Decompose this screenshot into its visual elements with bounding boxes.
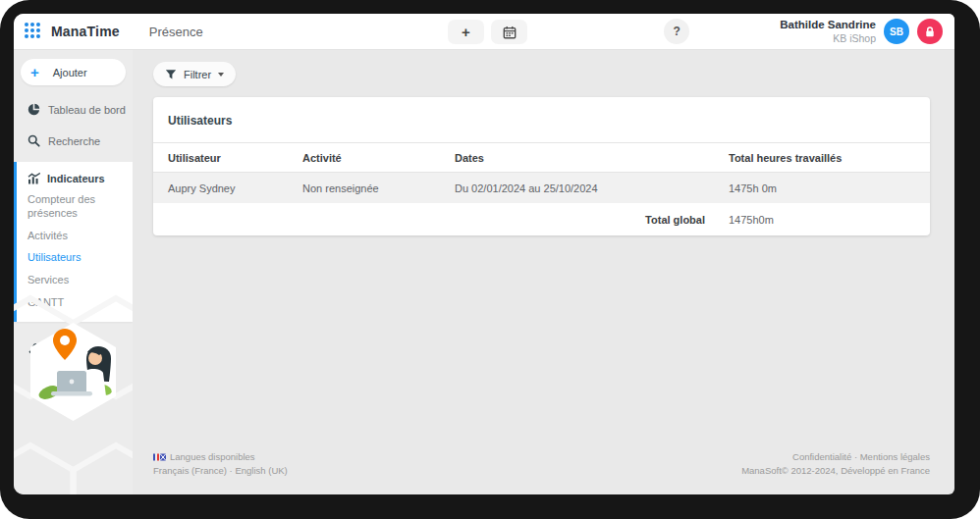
device-frame: ManaTime Présence + <box>0 0 980 519</box>
pie-chart-icon <box>27 103 40 116</box>
top-header: ManaTime Présence + <box>14 14 954 50</box>
sidebar-item-indicators[interactable]: Indicateurs <box>27 173 125 184</box>
footer-languages: Langues disponibles Français (France) · … <box>153 450 288 479</box>
app-window: ManaTime Présence + <box>14 14 954 494</box>
chevron-down-icon <box>218 73 224 77</box>
sidebar-item-gantt[interactable]: GANTT <box>27 296 125 310</box>
cell-total-heures: 1475h 0m <box>729 182 915 194</box>
sidebar-item-label: Recherche <box>48 135 100 147</box>
search-icon <box>27 134 40 147</box>
avatar-initials: SB <box>890 26 903 37</box>
sidebar-item-compteur-presences[interactable]: Compteur des présences <box>27 193 125 221</box>
column-header-dates: Dates <box>455 152 729 164</box>
table-total-row: Total global 1475h0m <box>153 203 930 235</box>
brand-name: ManaTime <box>51 24 120 39</box>
footer-legal: Confidentialité · Mentions légales ManaS… <box>741 450 930 479</box>
column-header-utilisateur: Utilisateur <box>168 152 302 164</box>
header-user-area: ? Bathilde Sandrine KB iShop SB <box>664 19 943 44</box>
manatime-logo-icon <box>25 23 42 40</box>
table-row[interactable]: Aupry Sydney Non renseignée Du 02/01/202… <box>153 173 930 203</box>
user-company: KB iShop <box>780 32 876 44</box>
person-laptop-illustration <box>37 329 113 402</box>
avatar[interactable]: SB <box>884 19 909 44</box>
sidebar-add-button[interactable]: + Ajouter <box>21 59 126 85</box>
question-mark-icon: ? <box>674 25 681 38</box>
plus-icon: + <box>30 65 39 79</box>
user-name: Bathilde Sandrine <box>780 19 876 31</box>
language-link-en[interactable]: English (UK) <box>235 465 287 476</box>
sidebar-section-label: Indicateurs <box>47 173 105 184</box>
sidebar-item-activites[interactable]: Activités <box>27 230 125 243</box>
sidebar-item-search[interactable]: Recherche <box>14 133 133 148</box>
filter-button[interactable]: Filtrer <box>153 62 236 86</box>
footer: Langues disponibles Français (France) · … <box>153 450 930 495</box>
filter-label: Filtrer <box>184 69 211 80</box>
cell-activite: Non renseignée <box>302 182 455 194</box>
total-global-label: Total global <box>455 214 729 226</box>
column-header-total-heures: Total heures travaillés <box>729 152 915 164</box>
language-link-fr[interactable]: Français (France) <box>153 465 227 476</box>
separator: · <box>854 451 857 462</box>
sidebar-section-indicators: Indicateurs Compteur des présences Activ… <box>14 162 133 322</box>
languages-title: Langues disponibles <box>170 450 255 464</box>
sidebar-item-services[interactable]: Services <box>27 274 125 287</box>
total-global-value: 1475h0m <box>729 214 915 226</box>
sidebar: + Ajouter Tableau de bord Recherche <box>14 50 133 494</box>
lock-icon <box>924 26 936 38</box>
card-title: Utilisateurs <box>153 97 930 143</box>
funnel-icon <box>165 69 177 80</box>
wrench-icon <box>27 342 40 355</box>
cell-utilisateur: Aupry Sydney <box>168 182 302 194</box>
sidebar-item-utilisateurs[interactable]: Utilisateurs <box>27 251 125 265</box>
sidebar-item-configuration[interactable]: Configuration <box>14 341 133 356</box>
cell-dates: Du 02/01/2024 au 25/10/2024 <box>455 182 729 194</box>
users-card: Utilisateurs Utilisateur Activité Dates … <box>153 97 930 235</box>
main-content: Filtrer Utilisateurs Utilisateur Activit… <box>133 50 954 494</box>
help-button[interactable]: ? <box>664 19 689 44</box>
bar-chart-icon <box>27 173 41 184</box>
header-quick-actions: + <box>448 20 527 44</box>
flags-icon <box>153 453 166 461</box>
calendar-button[interactable] <box>491 20 527 44</box>
sidebar-add-label: Ajouter <box>53 67 87 78</box>
sidebar-item-label: Configuration <box>48 342 112 354</box>
page-title: Présence <box>149 25 203 39</box>
table-header-row: Utilisateur Activité Dates Total heures … <box>153 143 930 173</box>
logout-button[interactable] <box>917 19 943 44</box>
sidebar-item-label: Tableau de bord <box>48 104 126 116</box>
privacy-link[interactable]: Confidentialité <box>792 451 851 462</box>
separator: · <box>230 465 233 476</box>
body-row: + Ajouter Tableau de bord Recherche <box>14 50 954 494</box>
legal-link[interactable]: Mentions légales <box>860 451 930 462</box>
add-entry-button[interactable]: + <box>448 20 484 44</box>
sidebar-item-dashboard[interactable]: Tableau de bord <box>14 102 133 117</box>
column-header-activite: Activité <box>302 152 455 164</box>
copyright-text: ManaSoft© 2012-2024, Développé en France <box>741 464 930 478</box>
calendar-icon <box>503 26 517 39</box>
user-block: Bathilde Sandrine KB iShop <box>780 19 876 43</box>
plus-icon: + <box>462 24 470 40</box>
